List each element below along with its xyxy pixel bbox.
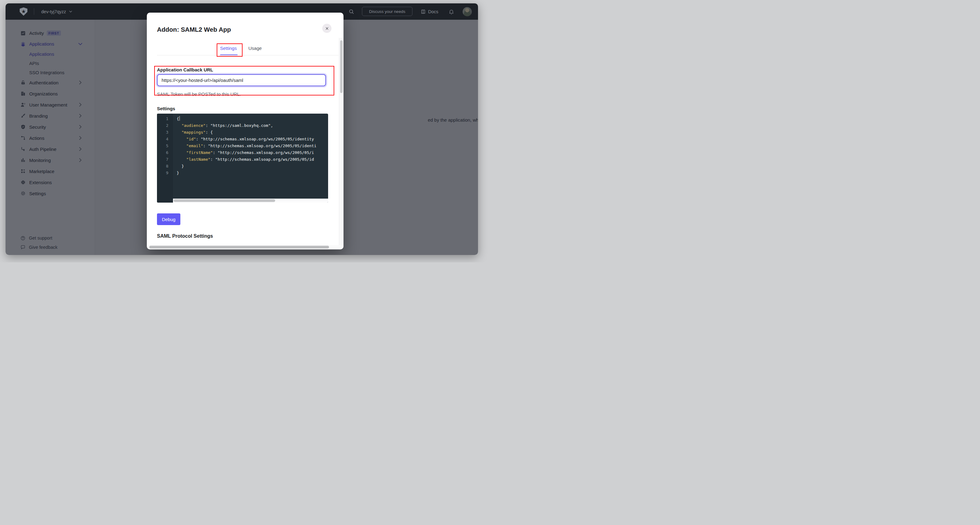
- app-window: ★ dev-tyj7qyzz Discuss your needs Docs A…: [6, 3, 478, 255]
- user-avatar[interactable]: [463, 7, 472, 16]
- saml-protocol-settings-heading: SAML Protocol Settings: [157, 233, 213, 239]
- editor-line-text: "lastName": "http://schemas.xmlsoap.org/…: [173, 156, 314, 163]
- editor-horizontal-scrollbar: [173, 199, 328, 203]
- modal-horizontal-scrollbar: [147, 245, 343, 249]
- auth0-star-icon: ★: [20, 8, 27, 15]
- modal-horizontal-scrollbar-thumb[interactable]: [149, 246, 329, 249]
- discuss-your-needs-button[interactable]: Discuss your needs: [362, 7, 412, 16]
- settings-section-label: Settings: [157, 106, 175, 111]
- editor-line-text: "firstName": "http://schemas.xmlsoap.org…: [173, 149, 314, 156]
- editor-line-text: "audience": "https://saml.boxyhq.com",: [173, 122, 273, 129]
- editor-line-number: 9: [157, 170, 173, 176]
- addon-saml2-modal: Addon: SAML2 Web App Settings Usage Appl…: [147, 13, 344, 249]
- editor-code-line: 3 "mappings": {: [157, 129, 328, 136]
- editor-line-number: 1: [157, 115, 173, 122]
- editor-line-text: "mappings": {: [173, 129, 213, 136]
- editor-code-line: 6 "firstName": "http://schemas.xmlsoap.o…: [157, 149, 328, 156]
- close-icon: [325, 27, 329, 30]
- editor-line-text: }: [173, 163, 184, 170]
- editor-line-text: {: [173, 115, 180, 122]
- editor-line-number: 7: [157, 156, 173, 163]
- notifications-bell-icon[interactable]: [449, 9, 454, 15]
- editor-line-number: 8: [157, 163, 173, 170]
- callback-url-input[interactable]: [157, 74, 326, 86]
- editor-code-line: 2 "audience": "https://saml.boxyhq.com",: [157, 122, 328, 129]
- editor-line-number: 5: [157, 142, 173, 149]
- screenshot-stage: ★ dev-tyj7qyzz Discuss your needs Docs A…: [0, 0, 490, 262]
- tab-settings[interactable]: Settings: [220, 46, 237, 51]
- editor-text-cursor: [180, 116, 180, 121]
- editor-line-text: }: [173, 170, 179, 176]
- docs-label: Docs: [428, 9, 438, 14]
- editor-line-text: "email": "http://schemas.xmlsoap.org/ws/…: [173, 142, 317, 149]
- tenant-name: dev-tyj7qyzz: [41, 9, 66, 14]
- callback-url-label: Application Callback URL: [157, 67, 213, 72]
- editor-code-line: 8 }: [157, 163, 328, 170]
- close-button[interactable]: [322, 24, 331, 33]
- editor-horizontal-scrollbar-thumb[interactable]: [173, 199, 275, 202]
- editor-line-number: 6: [157, 149, 173, 156]
- debug-button[interactable]: Debug: [157, 213, 180, 225]
- editor-code-line: 9}: [157, 170, 328, 176]
- modal-title: Addon: SAML2 Web App: [157, 26, 231, 33]
- auth0-logo[interactable]: ★: [20, 7, 27, 16]
- tab-usage[interactable]: Usage: [248, 46, 262, 51]
- editor-line-text: "id": "http://schemas.xmlsoap.org/ws/200…: [173, 136, 314, 142]
- topbar-divider: [34, 8, 34, 15]
- chevron-down-icon: [68, 10, 73, 14]
- editor-code-line: 1{: [157, 115, 328, 122]
- callback-url-helper: SAML Token will be POSTed to this URL.: [157, 91, 241, 97]
- tabs-divider: [157, 55, 339, 56]
- editor-line-number: 3: [157, 129, 173, 136]
- modal-vertical-scrollbar-thumb[interactable]: [340, 40, 342, 93]
- editor-lines: 1{2 "audience": "https://saml.boxyhq.com…: [157, 115, 328, 176]
- docs-link[interactable]: Docs: [420, 3, 438, 20]
- settings-json-editor[interactable]: 1{2 "audience": "https://saml.boxyhq.com…: [157, 113, 328, 203]
- editor-code-line: 5 "email": "http://schemas.xmlsoap.org/w…: [157, 142, 328, 149]
- search-icon[interactable]: [348, 9, 354, 14]
- editor-line-number: 2: [157, 122, 173, 129]
- book-icon: [420, 9, 426, 14]
- editor-line-number: 4: [157, 136, 173, 142]
- tenant-switcher[interactable]: dev-tyj7qyzz: [41, 3, 73, 20]
- editor-code-line: 4 "id": "http://schemas.xmlsoap.org/ws/2…: [157, 136, 328, 142]
- modal-vertical-scrollbar: [339, 38, 343, 245]
- editor-code-line: 7 "lastName": "http://schemas.xmlsoap.or…: [157, 156, 328, 163]
- auth0-shield-icon: ★: [20, 7, 27, 16]
